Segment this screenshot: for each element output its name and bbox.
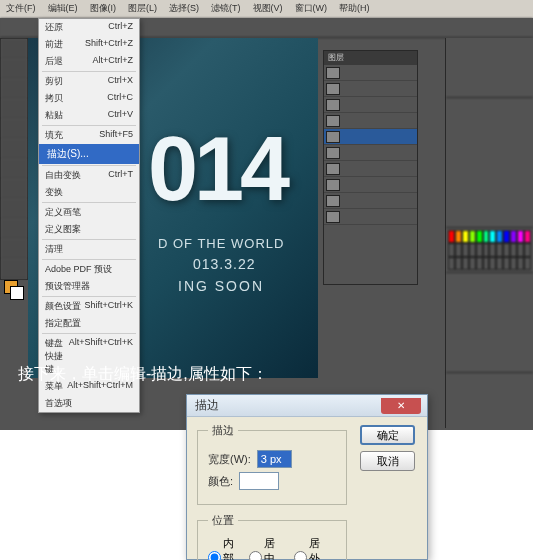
menu-image[interactable]: 图像(I)	[84, 0, 123, 18]
color-label: 颜色:	[208, 474, 233, 489]
history-panel	[446, 98, 533, 228]
menu-window[interactable]: 窗口(W)	[289, 0, 334, 18]
cancel-button[interactable]: 取消	[360, 451, 415, 471]
swatches-panel[interactable]	[446, 228, 533, 273]
tool-gradient[interactable]	[1, 219, 27, 239]
menu-layer[interactable]: 图层(L)	[122, 0, 163, 18]
toolbox	[0, 38, 28, 280]
menu-item[interactable]: 颜色设置Shift+Ctrl+K	[39, 298, 139, 315]
nav-panel	[446, 38, 533, 98]
tool-marquee[interactable]	[1, 59, 27, 79]
layer-row[interactable]	[324, 177, 417, 193]
layer-row[interactable]	[324, 209, 417, 225]
tutorial-caption: 接下来，单击编辑-描边,属性如下：	[18, 364, 268, 385]
edit-menu-dropdown: 还原Ctrl+Z 前进Shift+Ctrl+Z 后退Alt+Ctrl+Z 剪切C…	[38, 18, 140, 413]
width-input[interactable]	[257, 450, 292, 468]
menu-item[interactable]: 拷贝Ctrl+C	[39, 90, 139, 107]
menu-select[interactable]: 选择(S)	[163, 0, 205, 18]
background-color-swatch[interactable]	[10, 286, 24, 300]
tool-move[interactable]	[1, 39, 27, 59]
menu-item[interactable]: 自由变换Ctrl+T	[39, 167, 139, 184]
color-swatch[interactable]	[239, 472, 279, 490]
radio-inside[interactable]: 内部(I)	[208, 536, 239, 560]
canvas-text-sub3: ING SOON	[178, 278, 264, 294]
adjustments-panel	[446, 273, 533, 373]
tool-crop[interactable]	[1, 119, 27, 139]
stroke-dialog: 描边 ✕ 确定 取消 描边 宽度(W): 颜色: 位置 内部(I) 居中(C) …	[186, 394, 428, 560]
layer-row[interactable]	[324, 193, 417, 209]
layer-row[interactable]	[324, 113, 417, 129]
menu-item[interactable]: 指定配置	[39, 315, 139, 332]
tool-eyedropper[interactable]	[1, 139, 27, 159]
right-panels	[445, 38, 533, 428]
tool-pen[interactable]	[1, 259, 27, 279]
canvas-text-sub2: 013.3.22	[193, 256, 256, 272]
close-icon[interactable]: ✕	[381, 398, 421, 414]
menu-filter[interactable]: 滤镜(T)	[205, 0, 247, 18]
menu-item[interactable]: 预设管理器	[39, 278, 139, 295]
dialog-titlebar[interactable]: 描边 ✕	[187, 395, 427, 417]
layer-row[interactable]	[324, 97, 417, 113]
tool-stamp[interactable]	[1, 179, 27, 199]
canvas-text-sub1: D OF THE WORLD	[158, 236, 284, 251]
menu-item[interactable]: 后退Alt+Ctrl+Z	[39, 53, 139, 70]
width-label: 宽度(W):	[208, 452, 251, 467]
menu-item[interactable]: 粘贴Ctrl+V	[39, 107, 139, 124]
menu-item[interactable]: 定义图案	[39, 221, 139, 238]
menu-item[interactable]: 变换	[39, 184, 139, 201]
layer-row[interactable]	[324, 81, 417, 97]
layers-panel: 图层	[323, 50, 418, 285]
radio-center[interactable]: 居中(C)	[249, 536, 283, 560]
canvas-text-year: 014	[148, 118, 286, 221]
menu-edit[interactable]: 编辑(E)	[42, 0, 84, 18]
menu-item[interactable]: 首选项	[39, 395, 139, 412]
tool-text[interactable]	[1, 239, 27, 259]
menu-item[interactable]: Adobe PDF 预设	[39, 261, 139, 278]
menu-view[interactable]: 视图(V)	[247, 0, 289, 18]
layer-row[interactable]	[324, 65, 417, 81]
layers-panel-title: 图层	[324, 51, 417, 65]
menu-item[interactable]: 还原Ctrl+Z	[39, 19, 139, 36]
menu-item-stroke[interactable]: 描边(S)...	[39, 144, 139, 164]
tool-lasso[interactable]	[1, 79, 27, 99]
ok-button[interactable]: 确定	[360, 425, 415, 445]
menu-item[interactable]: 清理	[39, 241, 139, 258]
radio-outside[interactable]: 居外(U)	[294, 536, 328, 560]
tool-eraser[interactable]	[1, 199, 27, 219]
dialog-title-text: 描边	[195, 397, 219, 414]
menu-item[interactable]: 填充Shift+F5	[39, 127, 139, 144]
stroke-group-label: 描边	[208, 423, 238, 438]
menu-item[interactable]: 前进Shift+Ctrl+Z	[39, 36, 139, 53]
photoshop-window: 文件(F) 编辑(E) 图像(I) 图层(L) 选择(S) 滤镜(T) 视图(V…	[0, 0, 533, 430]
tool-brush[interactable]	[1, 159, 27, 179]
layer-row[interactable]	[324, 161, 417, 177]
layer-row[interactable]	[324, 145, 417, 161]
menu-file[interactable]: 文件(F)	[0, 0, 42, 18]
menu-item[interactable]: 定义画笔	[39, 204, 139, 221]
layer-row-selected[interactable]	[324, 129, 417, 145]
tool-wand[interactable]	[1, 99, 27, 119]
position-group-label: 位置	[208, 513, 238, 528]
menu-item[interactable]: 剪切Ctrl+X	[39, 73, 139, 90]
menu-help[interactable]: 帮助(H)	[333, 0, 376, 18]
menubar[interactable]: 文件(F) 编辑(E) 图像(I) 图层(L) 选择(S) 滤镜(T) 视图(V…	[0, 0, 533, 18]
